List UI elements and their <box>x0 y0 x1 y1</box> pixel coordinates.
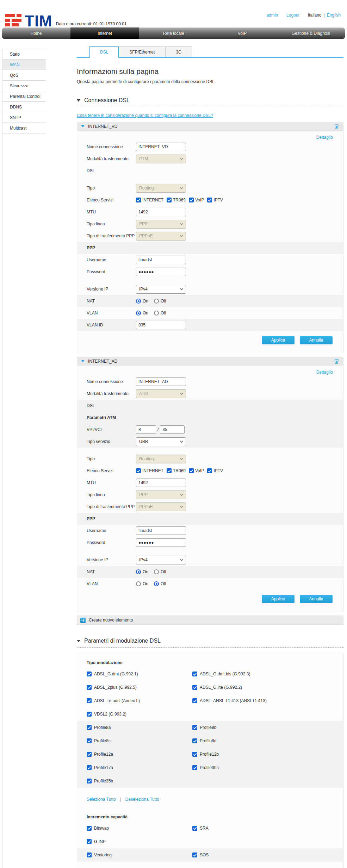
nav-tab-internet[interactable]: Internet <box>70 27 139 39</box>
sidebar-item-multicast[interactable]: Multicast <box>2 123 46 133</box>
detail-link[interactable]: Dettaglio <box>316 135 333 140</box>
checkbox-profile8b[interactable] <box>192 725 197 730</box>
checkbox-internet[interactable] <box>136 468 141 473</box>
sidebar-item-ddns[interactable]: DDNS <box>2 102 46 112</box>
section-title: Parametri di modulazione DSL <box>84 638 161 644</box>
checkbox-profile30a[interactable] <box>192 765 197 770</box>
tab-3g[interactable]: 3G <box>165 46 192 57</box>
ppp-transfer-type-label: Tipo di trasferimento PPP <box>87 233 136 238</box>
collapse-arrow-icon[interactable] <box>77 99 80 102</box>
dsl-label: DSL <box>87 403 136 408</box>
checkbox-adsl-g-dmt-bis-g-992-3[interactable] <box>192 672 197 676</box>
connection-name-input[interactable] <box>136 377 186 386</box>
trash-icon[interactable] <box>334 358 339 364</box>
checkbox-voip[interactable] <box>189 468 194 473</box>
checkbox-iptv[interactable] <box>207 198 212 202</box>
username-input[interactable] <box>136 526 186 535</box>
language-english[interactable]: English <box>327 13 341 18</box>
checkbox-adsl-g-lite-g-992-2[interactable] <box>192 685 197 690</box>
password-input[interactable] <box>136 268 186 276</box>
nav-tab-gestione-diagnosi[interactable]: Gestione & Diagnosi <box>277 27 345 39</box>
checkbox-profile12a[interactable] <box>87 752 92 757</box>
checkbox-profilo8d[interactable] <box>192 738 197 743</box>
collapse-arrow-icon[interactable] <box>77 640 80 642</box>
checkbox-profile35b[interactable] <box>87 779 92 783</box>
collapse-arrow-icon[interactable] <box>81 360 85 362</box>
checkbox-row: Profile35b <box>77 774 343 788</box>
sidebar-item-parental-control[interactable]: Parental Control <box>2 91 46 102</box>
sidebar-item-qos[interactable]: QoS <box>2 70 46 81</box>
vci-input[interactable] <box>160 425 185 434</box>
dsl-help-link[interactable]: Cosa tenere in considerazione quando si … <box>77 113 213 118</box>
profile35b-label: Profile35b <box>94 779 113 783</box>
nat-label: NAT <box>87 299 136 304</box>
line-type-select: PPP <box>136 491 186 499</box>
ip-version-value: IPv4 <box>139 287 148 292</box>
sidebar-item-wan[interactable]: WAN <box>2 60 46 70</box>
chevron-down-icon <box>180 456 184 460</box>
username-input[interactable] <box>136 256 186 264</box>
trash-icon[interactable] <box>334 124 339 129</box>
checkbox-sos[interactable] <box>192 853 197 857</box>
checkbox-internet[interactable] <box>136 198 141 202</box>
checkbox-g-inp[interactable] <box>87 839 92 844</box>
mtu-input[interactable] <box>136 479 186 487</box>
tab-dsl[interactable]: DSL <box>89 46 119 58</box>
ip-version-select[interactable]: IPv4 <box>136 285 186 294</box>
service-type-select[interactable]: UBR <box>136 437 186 446</box>
checkbox-adsl-2plus-g-992-5[interactable] <box>87 685 92 690</box>
connection-name-input[interactable] <box>136 143 186 151</box>
checkbox-vectoring[interactable] <box>87 853 92 857</box>
vlan-off-radio[interactable] <box>154 311 159 316</box>
apply-button[interactable]: Applica <box>262 336 295 344</box>
password-input[interactable] <box>136 538 186 547</box>
checkbox-adsl-g-dmt-g-992-1[interactable] <box>87 672 92 676</box>
checkbox-bitswap[interactable] <box>87 826 92 831</box>
select-all-link[interactable]: Seleziona Tutto <box>87 797 116 802</box>
ip-version-select[interactable]: IPv4 <box>136 556 186 564</box>
checkbox-profile8a[interactable] <box>87 725 92 730</box>
nat-on-radio[interactable] <box>136 299 141 304</box>
nat-off-radio[interactable] <box>154 299 159 304</box>
user-link[interactable]: admin <box>266 13 278 18</box>
cancel-button[interactable]: Annulla <box>300 336 333 344</box>
vpi-input[interactable] <box>136 425 156 434</box>
cancel-button[interactable]: Annulla <box>300 595 333 603</box>
sidebar-item-sntp[interactable]: SNTP <box>2 112 46 123</box>
nat-off-radio[interactable] <box>154 569 159 574</box>
checkbox-iptv[interactable] <box>207 468 212 473</box>
create-new-item-button[interactable]: Creare nuovo elemento <box>77 616 343 625</box>
vlan-off-radio[interactable] <box>154 581 159 586</box>
nat-on-radio[interactable] <box>136 569 141 574</box>
deselect-all-link[interactable]: Deseleziona Tutto <box>125 797 159 802</box>
checkbox-sra[interactable] <box>192 826 197 831</box>
checkbox-profile8c[interactable] <box>87 738 92 743</box>
checkbox-tr069[interactable] <box>167 198 172 202</box>
checkbox-voip[interactable] <box>189 198 194 202</box>
apply-button[interactable]: Applica <box>262 595 295 603</box>
logout-link[interactable]: Logout <box>286 13 299 18</box>
vlan-on-radio[interactable] <box>136 581 141 586</box>
sidebar-item-sicurezza[interactable]: Sicurezza <box>2 81 46 91</box>
panel-header-internet-vd[interactable]: INTERNET_VD <box>77 122 343 131</box>
nav-tab-voip[interactable]: VoIP <box>208 27 277 39</box>
collapse-arrow-icon[interactable] <box>81 125 85 127</box>
checkbox-vdsl2-g-993-2[interactable] <box>87 712 92 717</box>
checkbox-profile17a[interactable] <box>87 765 92 770</box>
transfer-mode-label: Modalità trasferimento <box>87 391 136 396</box>
checkbox-adsl-re-adsl-annex-l[interactable] <box>87 698 92 703</box>
vlan-on-radio[interactable] <box>136 311 141 316</box>
panel-header-internet-ad[interactable]: INTERNET_AD <box>77 357 343 366</box>
nav-tab-rete-locale[interactable]: Rete locale <box>139 27 208 39</box>
checkbox-adsl-ansi-t1-413-ansi-t1-413[interactable] <box>192 698 197 703</box>
panel-buttons: ApplicaAnnulla <box>77 331 343 351</box>
tab-sfp-ethernet[interactable]: SFP/Ethernet <box>119 46 165 57</box>
connection-name-label: Nome connessione <box>87 144 136 149</box>
detail-link[interactable]: Dettaglio <box>316 370 333 375</box>
checkbox-profile12b[interactable] <box>192 752 197 757</box>
mtu-input[interactable] <box>136 208 186 216</box>
services-row: Elenco ServiziINTERNETTR069VoIPIPTV <box>77 465 343 477</box>
checkbox-tr069[interactable] <box>167 468 172 473</box>
vlan-id-input[interactable] <box>136 321 186 329</box>
sidebar-item-stato[interactable]: Stato <box>2 49 46 60</box>
